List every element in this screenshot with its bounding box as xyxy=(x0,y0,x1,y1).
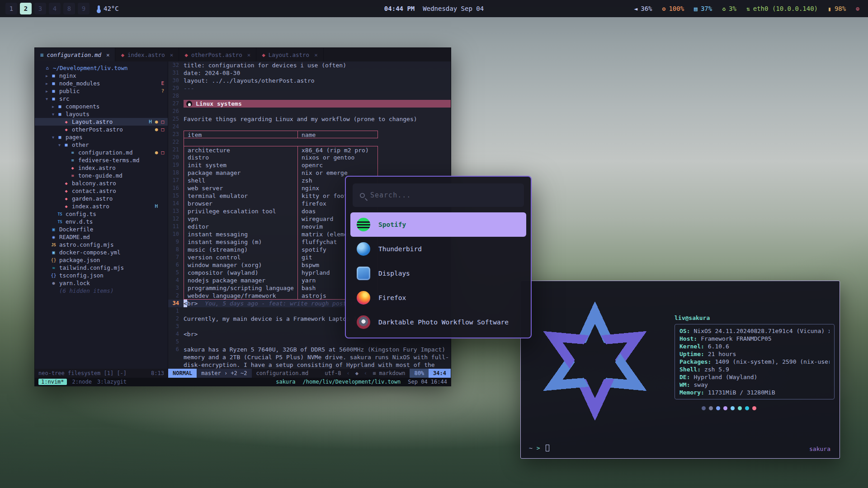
git-status-marker: H xyxy=(155,203,158,209)
tree-item[interactable]: ≡ tone-guide.md xyxy=(35,172,168,179)
tree-item[interactable]: ⌂ ~/Development/liv.town xyxy=(35,64,168,72)
tree-item[interactable]: ≡ configuration.md ● □ xyxy=(35,149,168,156)
tree-item[interactable]: ◆ garden.astro xyxy=(35,195,168,202)
table-cell-item: vpn xyxy=(184,215,297,223)
tree-item[interactable]: ▾ ■ src xyxy=(35,95,168,103)
hostname-label: sakura xyxy=(809,446,830,452)
editor-line[interactable]: 32 title: configuration for devices i us… xyxy=(168,61,451,69)
status-module[interactable]: ▤ 37% xyxy=(694,5,712,12)
tree-item[interactable]: ◆ Layout.astro H ● □ xyxy=(35,118,168,126)
shell-prompt[interactable]: ~ > xyxy=(529,445,549,451)
git-status-marker: □ xyxy=(161,150,164,155)
workspace-button[interactable]: 2 xyxy=(20,3,32,14)
tree-item-label: tsconfig.json xyxy=(59,272,104,279)
close-icon[interactable]: × xyxy=(170,52,174,58)
tree-item[interactable]: ▸ ■ node_modules E xyxy=(35,80,168,87)
tree-item[interactable]: ● yarn.lock xyxy=(35,279,168,287)
status-module[interactable]: ⇅ eth0 (10.0.0.140) xyxy=(746,5,818,12)
table-row[interactable]: 23 item name xyxy=(168,131,451,138)
close-icon[interactable]: × xyxy=(247,52,251,58)
workspace-button[interactable]: 9 xyxy=(78,3,90,14)
status-module[interactable]: ▮ 98% xyxy=(828,5,846,12)
workspace-button[interactable]: 3 xyxy=(34,3,46,14)
table-cell-name xyxy=(297,138,378,146)
buffer-tab[interactable]: ◆ otherPost.astro × xyxy=(179,48,256,61)
tree-item[interactable]: ▾ ■ pages xyxy=(35,133,168,141)
tree-item[interactable]: TS env.d.ts xyxy=(35,218,168,225)
status-module[interactable]: ♻ 3% xyxy=(722,5,736,12)
workspace-button[interactable]: 8 xyxy=(63,3,75,14)
palette-dot xyxy=(702,406,706,410)
tree-item[interactable]: ▣ docker-compose.yml xyxy=(35,249,168,256)
status-module[interactable]: ⊙ xyxy=(856,5,863,12)
editor-line[interactable]: 5 xyxy=(168,338,451,346)
tree-item[interactable]: TS config.ts xyxy=(35,210,168,218)
launcher-item[interactable]: Displays xyxy=(350,261,526,286)
tree-item[interactable]: {} tsconfig.json xyxy=(35,272,168,279)
search-input[interactable]: Search... xyxy=(353,183,524,207)
close-icon[interactable]: × xyxy=(314,52,318,58)
tree-item[interactable]: {} package.json xyxy=(35,256,168,264)
tree-item[interactable]: ◆ balcony.astro xyxy=(35,179,168,187)
tree-item[interactable]: ◆ contact.astro xyxy=(35,187,168,195)
git-status-marker: □ xyxy=(161,119,164,125)
tree-item[interactable]: ▸ ■ nginx xyxy=(35,72,168,80)
tree-item[interactable]: ▾ ■ other xyxy=(35,141,168,149)
tree-item[interactable]: JS astro.config.mjs xyxy=(35,241,168,249)
editor-line[interactable]: 6 sakura has a Ryzen 5 7640U, 32GB of DD… xyxy=(168,346,451,369)
fetch-label: Memory: xyxy=(679,389,704,396)
tree-item[interactable]: ≡ fediverse-terms.md xyxy=(35,156,168,164)
tree-item[interactable]: ▾ ■ layouts xyxy=(35,110,168,118)
tmux-window[interactable]: 2:node xyxy=(72,379,92,385)
fetch-value: 6.10.6 xyxy=(708,343,729,350)
buffer-tab[interactable]: ≡ configuration.md × xyxy=(35,48,115,61)
fetch-info-row: WM: sway xyxy=(679,381,830,389)
tmux-window[interactable]: 3:lazygit xyxy=(97,379,127,385)
buffer-tab[interactable]: ◆ Layout.astro × xyxy=(256,48,323,61)
tree-item[interactable]: ≈ tailwind.config.mjs xyxy=(35,264,168,272)
line-number: 4 xyxy=(168,330,184,338)
workspace-button[interactable]: 4 xyxy=(49,3,61,14)
markdown-heading-line[interactable]: 27 Linux systems xyxy=(168,100,451,108)
editor-line[interactable]: 26 xyxy=(168,108,451,115)
status-module[interactable]: ◄ 36% xyxy=(634,5,652,12)
terminal-window[interactable]: liv@sakura OS: NixOS 24.11.20240828.71e9… xyxy=(520,281,840,459)
line-number: 23 xyxy=(168,131,184,138)
tree-item[interactable]: ▸ ■ public ? xyxy=(35,87,168,95)
table-cell-item xyxy=(184,138,297,146)
editor-line[interactable]: 29 --- xyxy=(168,84,451,92)
buffer-tab[interactable]: ◆ index.astro × xyxy=(115,48,179,61)
editor-line[interactable]: 31 date: 2024-08-30 xyxy=(168,69,451,77)
launcher-item[interactable]: Firefox xyxy=(350,286,526,310)
editor-line[interactable]: 25 Favorite things regarding Linux and m… xyxy=(168,115,451,123)
workspace-button[interactable]: 1 xyxy=(5,3,17,14)
launcher-item[interactable]: Darktable Photo Workflow Software xyxy=(350,310,526,334)
table-row[interactable]: 21 architecture x86_64 (rip m2 pro) xyxy=(168,146,451,154)
temperature-value: 42°C xyxy=(104,5,119,12)
table-cell-item: distro xyxy=(184,154,297,161)
module-value: 100% xyxy=(669,5,684,12)
tree-item[interactable]: ◆ index.astro H xyxy=(35,202,168,210)
editor-line[interactable]: 28 xyxy=(168,92,451,100)
editor-line[interactable]: 30 layout: ../../layouts/otherPost.astro xyxy=(168,77,451,84)
table-cell-item: webdev language/framework xyxy=(184,292,297,300)
tree-item[interactable]: ◆ index.astro xyxy=(35,164,168,172)
status-module[interactable]: ⚙ 100% xyxy=(662,5,684,12)
temperature-module[interactable]: 42°C xyxy=(98,5,119,12)
launcher-item[interactable]: Thunderbird xyxy=(350,237,526,261)
launcher-item[interactable]: Spotify xyxy=(350,212,526,237)
tree-item[interactable]: ◆ otherPost.astro ● □ xyxy=(35,126,168,133)
line-number: 8 xyxy=(168,246,184,253)
tree-item[interactable]: (6 hidden items) xyxy=(35,287,168,295)
table-row[interactable]: 20 distro nixos or gentoo xyxy=(168,154,451,161)
tree-item[interactable]: ▣ Dockerfile xyxy=(35,225,168,233)
close-icon[interactable]: × xyxy=(106,52,110,58)
tmux-window[interactable]: 1:nvim* xyxy=(38,379,67,385)
tree-item-label: astro.config.mjs xyxy=(59,241,113,248)
table-row[interactable]: 19 init system openrc xyxy=(168,161,451,169)
clock[interactable]: 04:44 PM Wednesday Sep 04 xyxy=(384,5,484,12)
editor-line[interactable]: 24 xyxy=(168,123,451,131)
table-row[interactable]: 22 xyxy=(168,138,451,146)
tree-item[interactable]: ◉ README.md xyxy=(35,233,168,241)
tree-item[interactable]: ▸ ■ components xyxy=(35,103,168,110)
